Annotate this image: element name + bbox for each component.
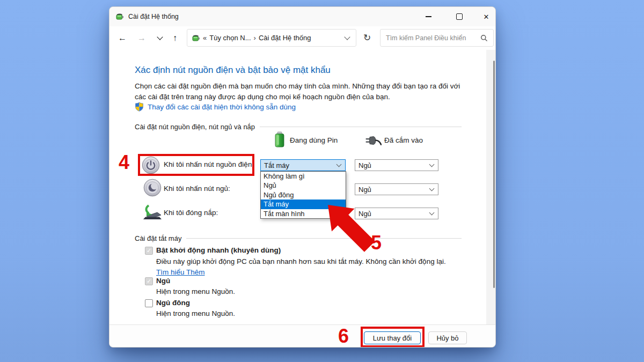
dropdown-option-do-nothing[interactable]: Không làm gì xyxy=(261,172,346,181)
chevron-down-icon xyxy=(336,161,342,167)
section-shutdown: Cài đặt tắt máy xyxy=(135,234,462,242)
up-icon: ↑ xyxy=(173,33,177,43)
scrollbar[interactable] xyxy=(486,50,496,324)
section-divider xyxy=(260,127,462,127)
sleep-button-plugged-in-combobox[interactable]: Ngủ xyxy=(355,183,438,195)
section-shutdown-label: Cài đặt tắt máy xyxy=(135,234,181,242)
forward-button[interactable]: → xyxy=(134,26,149,50)
fast-startup-checkbox[interactable]: ✓ xyxy=(145,247,153,255)
column-plugged-in: Đã cắm vào xyxy=(384,136,423,144)
column-on-battery: Đang dùng Pin xyxy=(290,136,338,144)
power-options-breadcrumb-icon xyxy=(192,34,200,42)
recent-locations-button[interactable] xyxy=(152,26,167,50)
check-icon: ✓ xyxy=(147,278,151,285)
breadcrumb-power-options[interactable]: Tùy chọn N... xyxy=(209,34,251,42)
window-title: Cài đặt Hệ thống xyxy=(128,13,179,20)
sleep-checkbox[interactable]: ✓ xyxy=(145,277,153,285)
annotation-highlight-save-button xyxy=(361,327,425,348)
power-button-on-battery-combobox[interactable]: Tắt máy xyxy=(260,159,346,171)
maximize-button[interactable] xyxy=(449,7,470,26)
cancel-button[interactable]: Hủy bỏ xyxy=(428,331,467,344)
search-icon xyxy=(480,34,488,42)
combobox-value: Ngủ xyxy=(358,186,430,194)
annotation-step-6: 6 xyxy=(338,327,349,346)
breadcrumb-separator: › xyxy=(254,34,256,42)
close-button[interactable]: ✕ xyxy=(476,7,496,26)
learn-more-link[interactable]: Tìm hiểu Thêm xyxy=(156,268,205,276)
control-panel-window: Cài đặt Hệ thống ✕ ← → ↑ « Tùy chọn N...… xyxy=(109,6,496,348)
check-icon: ✓ xyxy=(147,247,151,254)
refresh-icon: ↻ xyxy=(363,32,371,43)
chevron-down-icon xyxy=(429,161,435,167)
power-options-app-icon xyxy=(115,12,124,21)
chevron-down-icon xyxy=(429,210,435,215)
close-icon: ✕ xyxy=(484,13,489,21)
battery-icon xyxy=(274,131,286,147)
breadcrumb-system-settings[interactable]: Cài đặt Hệ thống xyxy=(259,34,311,42)
refresh-button[interactable]: ↻ xyxy=(357,29,377,47)
uac-settings-link[interactable]: Thay đổi các cài đặt hiện thời không sẵn… xyxy=(135,102,296,112)
annotation-highlight-power-row xyxy=(138,154,254,176)
page-intro: Chọn các cài đặt nguồn điện mà bạn muốn … xyxy=(135,81,464,102)
section-power-buttons: Cài đặt nút nguồn điện, nút ngủ và nắp xyxy=(135,123,462,131)
breadcrumb-chevrons: « xyxy=(203,34,207,42)
search-placeholder: Tìm kiếm Panel Điều khiển xyxy=(386,34,480,42)
minimize-button[interactable] xyxy=(418,7,438,26)
maximize-icon xyxy=(456,13,463,20)
row-lid-label: Khi tôi đóng nắp: xyxy=(164,209,218,217)
uac-link-label: Thay đổi các cài đặt hiện thời không sẵn… xyxy=(148,103,296,111)
sleep-checkbox-description: Hiện trong menu Nguồn. xyxy=(156,286,235,297)
plug-icon xyxy=(365,135,382,146)
row-sleep-label: Khi tôi nhấn nút ngủ: xyxy=(164,184,230,193)
page-title: Xác định nút nguồn điện và bật bảo vệ mậ… xyxy=(135,65,331,76)
section-power-buttons-label: Cài đặt nút nguồn điện, nút ngủ và nắp xyxy=(135,123,255,131)
settings-page: Xác định nút nguồn điện và bật bảo vệ mậ… xyxy=(109,50,496,324)
minimize-icon xyxy=(426,16,431,17)
annotation-step-5: 5 xyxy=(371,233,382,253)
combobox-value: Tắt máy xyxy=(264,161,337,169)
scrollbar-thumb[interactable] xyxy=(493,61,495,288)
combobox-value: Ngủ xyxy=(358,161,430,169)
address-bar[interactable]: « Tùy chọn N... › Cài đặt Hệ thống xyxy=(187,29,356,47)
fast-startup-label[interactable]: Bật khởi động nhanh (khuyên dùng) xyxy=(156,246,281,254)
forward-icon: → xyxy=(137,33,146,43)
power-button-plugged-in-combobox[interactable]: Ngủ xyxy=(355,159,438,171)
hibernate-checkbox[interactable] xyxy=(145,299,153,307)
hibernate-checkbox-label[interactable]: Ngủ đông xyxy=(156,299,190,307)
uac-shield-icon xyxy=(135,102,144,112)
search-box[interactable]: Tìm kiếm Panel Điều khiển xyxy=(380,29,494,47)
chevron-down-icon xyxy=(429,186,435,191)
dropdown-option-sleep[interactable]: Ngủ xyxy=(261,181,346,190)
annotation-step-4: 4 xyxy=(119,153,129,172)
sleep-checkbox-label[interactable]: Ngủ xyxy=(156,277,170,285)
back-icon: ← xyxy=(118,33,127,43)
lid-close-icon xyxy=(141,204,163,221)
back-button[interactable]: ← xyxy=(115,26,130,50)
fast-startup-description-text: Điều này giúp khởi động PC của bạn nhanh… xyxy=(156,257,446,265)
chevron-down-icon xyxy=(157,34,163,40)
navigation-toolbar: ← → ↑ « Tùy chọn N... › Cài đặt Hệ thống… xyxy=(109,26,495,50)
desktop-background: Cài đặt Hệ thống ✕ ← → ↑ « Tùy chọn N...… xyxy=(0,0,644,362)
sleep-button-icon xyxy=(143,179,162,197)
address-dropdown-icon[interactable] xyxy=(344,34,350,40)
hibernate-checkbox-description: Hiện trong menu Nguồn. xyxy=(156,308,235,319)
fast-startup-description: Điều này giúp khởi động PC của bạn nhanh… xyxy=(156,256,453,277)
footer-bar: 6 Lưu thay đổi Hủy bỏ xyxy=(109,324,496,348)
up-button[interactable]: ↑ xyxy=(167,26,182,50)
